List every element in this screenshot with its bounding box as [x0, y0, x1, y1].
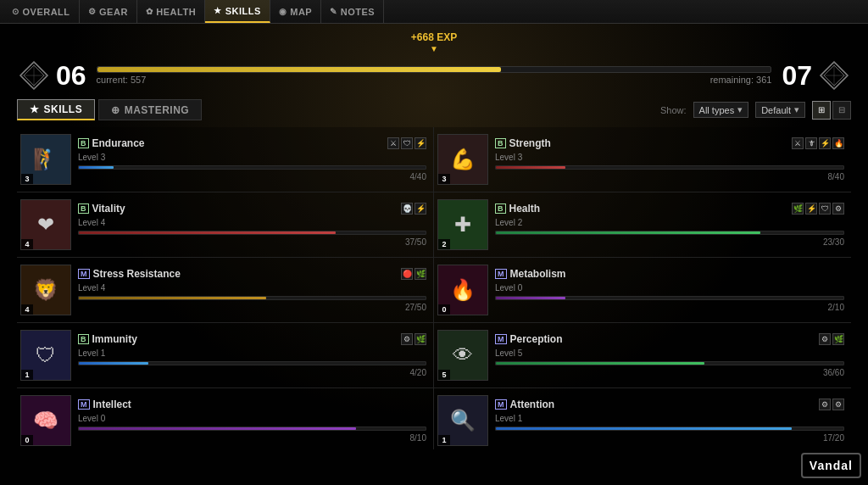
nav-item-overall[interactable]: ⊙OVERALL [3, 0, 80, 23]
skill-icons-vitality: 💀⚡ [401, 203, 426, 215]
next-level-number: 07 [782, 60, 812, 92]
tab-skills[interactable]: ★ SKILLS [17, 99, 95, 120]
filter-dropdown[interactable]: All types [693, 102, 749, 118]
skill-level-badge-vitality: 4 [21, 239, 33, 249]
skill-card-intellect[interactable]: 🧠 0 M Intellect Level 0 8/10 [17, 388, 434, 449]
skill-level-text-stress_resistance: Level 4 [78, 283, 426, 293]
skill-level-badge-intellect: 0 [21, 435, 33, 445]
skill-icon-health: ⚙ [832, 203, 844, 215]
skill-level-text-metabolism: Level 0 [495, 283, 844, 293]
skill-header-vitality: B Vitality 💀⚡ [78, 203, 426, 215]
skill-progress-immunity: 4/20 [78, 368, 426, 377]
nav-label-health: HEALTH [156, 7, 196, 17]
filter-value: All types [699, 105, 735, 115]
skill-thumb-health: ✚ 2 [437, 199, 488, 250]
skill-name-endurance: B Endurance [78, 137, 145, 149]
skill-header-intellect: M Intellect [78, 399, 426, 410]
skill-info-endurance: B Endurance ⚔🛡⚡ Level 3 4/40 [78, 137, 426, 181]
skill-card-metabolism[interactable]: 🔥 0 M Metabolism Level 0 2/10 [434, 258, 851, 323]
nav-label-notes: NOTES [341, 7, 375, 17]
skill-icon-health: ⚡ [805, 203, 817, 215]
skill-progress-stress_resistance: 27/50 [78, 303, 426, 312]
skill-level-text-endurance: Level 3 [78, 153, 426, 162]
skill-name-immunity: B Immunity [78, 333, 137, 345]
skill-name-strength: B Strength [495, 137, 551, 149]
skill-card-health[interactable]: ✚ 2 B Health 🌿⚡🛡⚙ Level 2 23/30 [434, 192, 851, 258]
skill-level-text-vitality: Level 4 [78, 218, 426, 227]
skill-level-badge-immunity: 1 [21, 370, 33, 380]
skill-bar-fill-stress_resistance [79, 297, 266, 299]
skill-icons-perception: ⚙🌿 [819, 333, 844, 345]
skill-card-immunity[interactable]: 🛡 1 B Immunity ⚙🌿 Level 1 4/20 [17, 323, 434, 388]
nav-item-map[interactable]: ◉MAP [270, 0, 321, 23]
skill-card-attention[interactable]: 🔍 1 M Attention ⚙⚙ Level 1 17/20 [434, 388, 851, 449]
skill-level-badge-health: 2 [438, 239, 450, 249]
current-xp-label: current: 557 [97, 75, 147, 85]
nav-item-skills[interactable]: ★SKILLS [205, 0, 270, 23]
skill-bar-track-intellect [78, 426, 426, 431]
nav-icon-health: ✿ [146, 7, 153, 16]
skill-card-perception[interactable]: 👁 5 M Perception ⚙🌿 Level 5 36/60 [434, 323, 851, 388]
skill-progress-intellect: 8/10 [78, 433, 426, 443]
view-list-button[interactable]: ⊟ [832, 101, 851, 120]
skill-icon-vitality: 💀 [401, 203, 413, 215]
skill-type-intellect: M [78, 399, 90, 410]
skill-icons-endurance: ⚔🛡⚡ [387, 137, 426, 149]
skill-info-perception: M Perception ⚙🌿 Level 5 36/60 [495, 333, 844, 377]
nav-icon-gear: ⚙ [88, 7, 97, 16]
nav-label-skills: SKILLS [225, 6, 261, 16]
skill-progress-metabolism: 2/10 [495, 303, 844, 312]
current-level-badge: 06 [17, 59, 86, 92]
skill-thumb-stress_resistance: 🦁 4 [20, 265, 71, 315]
skill-bar-track-metabolism [495, 296, 844, 300]
sort-value: Default [761, 105, 791, 115]
skill-card-vitality[interactable]: ❤ 4 B Vitality 💀⚡ Level 4 37/50 [17, 192, 434, 258]
skill-card-stress_resistance[interactable]: 🦁 4 M Stress Resistance 🔴🌿 Level 4 27/50 [17, 258, 434, 323]
skill-name-intellect: M Intellect [78, 399, 131, 410]
xp-gain-value: +668 [411, 31, 434, 43]
sort-dropdown[interactable]: Default [755, 102, 805, 118]
skill-icon-attention: ⚙ [832, 399, 844, 410]
skill-info-stress_resistance: M Stress Resistance 🔴🌿 Level 4 27/50 [78, 268, 426, 312]
skill-icon-strength: 🗡 [805, 137, 817, 149]
nav-label-map: MAP [290, 7, 312, 17]
skill-card-strength[interactable]: 💪 3 B Strength ⚔🗡⚡🔥 Level 3 8/40 [434, 127, 851, 192]
level-bar-section: 06 current: 557 remaining: 361 07 [0, 55, 868, 99]
skill-icons-immunity: ⚙🌿 [401, 333, 426, 345]
nav-icon-notes: ✎ [330, 7, 337, 16]
view-toggle: ⊞ ⊟ [812, 101, 851, 120]
skill-bar-fill-vitality [79, 231, 336, 234]
skill-header-health: B Health 🌿⚡🛡⚙ [495, 203, 844, 215]
skill-progress-strength: 8/40 [495, 172, 844, 181]
tab-skills-icon: ★ [30, 103, 40, 115]
skill-icon-vitality: ⚡ [415, 203, 426, 215]
view-grid-button[interactable]: ⊞ [812, 101, 831, 120]
skill-level-badge-perception: 5 [438, 370, 450, 380]
skill-type-endurance: B [78, 138, 89, 148]
skill-level-badge-strength: 3 [438, 174, 450, 184]
skill-info-attention: M Attention ⚙⚙ Level 1 17/20 [495, 399, 844, 443]
tab-mastering[interactable]: ⊕ MASTERING [98, 99, 202, 120]
xp-unit: EXP [437, 31, 457, 43]
skill-type-immunity: B [78, 334, 89, 344]
skill-bar-track-perception [495, 361, 844, 365]
nav-item-notes[interactable]: ✎NOTES [321, 0, 384, 23]
skill-thumb-attention: 🔍 1 [437, 395, 488, 446]
nav-item-health[interactable]: ✿HEALTH [137, 0, 205, 23]
skill-level-text-immunity: Level 1 [78, 348, 426, 358]
skill-name-vitality: B Vitality [78, 203, 125, 215]
skill-thumb-intellect: 🧠 0 [20, 395, 71, 446]
skill-name-perception: M Perception [495, 333, 563, 345]
skill-thumb-perception: 👁 5 [437, 330, 488, 381]
tab-mastering-label: MASTERING [125, 104, 190, 116]
remaining-xp-label: remaining: 361 [710, 75, 772, 85]
current-diamond-icon [17, 59, 51, 92]
skill-icon-endurance: ⚡ [415, 137, 426, 149]
skill-card-endurance[interactable]: 🧗 3 B Endurance ⚔🛡⚡ Level 3 4/40 [17, 127, 434, 192]
skill-icons-strength: ⚔🗡⚡🔥 [792, 137, 844, 149]
skill-icon-health: 🛡 [819, 203, 831, 215]
skill-thumb-strength: 💪 3 [437, 134, 488, 185]
nav-item-gear[interactable]: ⚙GEAR [80, 0, 137, 23]
skill-progress-vitality: 37/50 [78, 237, 426, 247]
nav-icon-overall: ⊙ [12, 7, 19, 16]
